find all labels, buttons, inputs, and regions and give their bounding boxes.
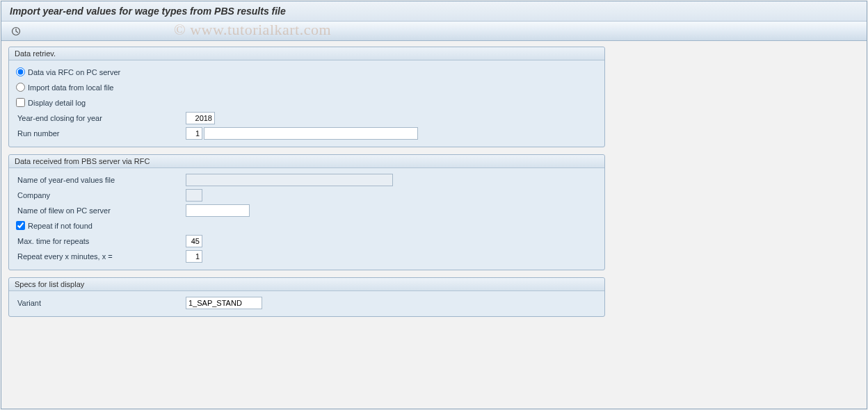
run-number-input[interactable] (186, 127, 202, 140)
group-specs: Specs for list display Variant (8, 277, 605, 317)
application-toolbar (1, 22, 867, 41)
max-time-input[interactable] (186, 235, 202, 247)
checkbox-repeat-label: Repeat if not found (28, 222, 93, 230)
group-data-retrieval-title: Data retriev. (9, 47, 604, 60)
execute-icon (11, 26, 21, 36)
pc-file-label: Name of filew on PC server (15, 206, 186, 215)
company-label: Company (15, 191, 186, 199)
repeat-every-label: Repeat every x minutes, x = (15, 252, 186, 261)
radio-local-label: Import data from local file (28, 83, 114, 92)
year-end-input[interactable] (186, 112, 215, 124)
variant-label: Variant (15, 299, 186, 307)
pc-file-input[interactable] (186, 204, 250, 217)
radio-rfc[interactable]: Data via RFC on PC server (15, 67, 120, 76)
checkbox-repeat-input[interactable] (16, 221, 25, 230)
radio-local-input[interactable] (16, 83, 25, 92)
run-number-desc-input[interactable] (204, 127, 418, 140)
checkbox-display-log-input[interactable] (16, 98, 25, 107)
group-rfc-data-title: Data received from PBS server via RFC (9, 155, 604, 168)
radio-rfc-label: Data via RFC on PC server (28, 68, 120, 76)
year-end-label: Year-end closing for year (15, 114, 186, 122)
repeat-every-input[interactable] (186, 250, 202, 263)
group-rfc-data: Data received from PBS server via RFC Na… (8, 154, 605, 270)
year-end-file-input[interactable] (186, 174, 393, 186)
group-data-retrieval: Data retriev. Data via RFC on PC server … (8, 47, 605, 147)
run-number-label: Run number (15, 129, 186, 138)
checkbox-display-log-label: Display detail log (28, 99, 86, 107)
company-input[interactable] (186, 189, 202, 202)
page-title: Import year-end values for wage types fr… (1, 1, 867, 22)
execute-button[interactable] (8, 24, 24, 38)
content-area: Data retriev. Data via RFC on PC server … (1, 41, 867, 329)
checkbox-display-log[interactable]: Display detail log (15, 98, 86, 107)
year-end-file-label: Name of year-end values file (15, 176, 186, 184)
radio-local[interactable]: Import data from local file (15, 83, 114, 92)
radio-rfc-input[interactable] (16, 67, 25, 76)
variant-input[interactable] (186, 297, 262, 309)
max-time-label: Max. time for repeats (15, 237, 186, 245)
group-specs-title: Specs for list display (9, 278, 604, 291)
checkbox-repeat[interactable]: Repeat if not found (15, 221, 93, 230)
